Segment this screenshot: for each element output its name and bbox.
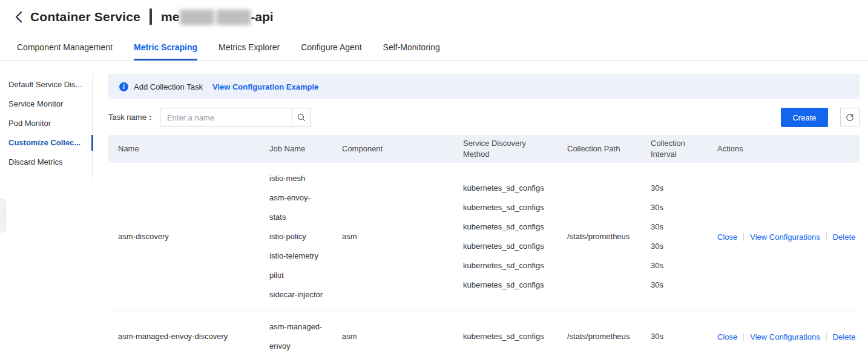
column-header-label: Component <box>342 143 383 154</box>
info-banner: i Add Collection Task View Configuration… <box>108 74 860 99</box>
sidebar: Default Service Dis...Service MonitorPod… <box>0 61 93 359</box>
action-links: CloseView ConfigurationsDelete <box>717 332 860 341</box>
cell-name: asm-discovery <box>108 227 260 246</box>
action-delete[interactable]: Delete <box>833 332 856 341</box>
cluster-name-redacted: ████ ████ <box>180 10 250 24</box>
tab-component-management[interactable]: Component Management <box>17 33 113 61</box>
collection-interval: 30s <box>651 217 708 237</box>
column-header-job-name: Job Name <box>260 143 332 154</box>
tab-self-monitoring[interactable]: Self-Monitoring <box>383 33 440 61</box>
component-name: asm <box>342 232 357 241</box>
collection-path: /stats/prometheus <box>567 232 630 241</box>
task-name-label: Task name： <box>108 112 154 123</box>
table-row: asm-managed-envoy-discoveryasm-managed-e… <box>108 311 860 359</box>
content-layout: ‹ Default Service Dis...Service MonitorP… <box>0 61 868 359</box>
view-configuration-example-link[interactable]: View Configuration Example <box>212 82 318 91</box>
tab-configure-agent[interactable]: Configure Agent <box>301 33 361 61</box>
cell-component: asm <box>332 327 453 346</box>
table-row: asm-discoveryistio-meshasm-envoy-statsis… <box>108 163 860 311</box>
cluster-name-prefix: me <box>161 10 179 24</box>
cell-job-names: istio-meshasm-envoy-statsistio-policyist… <box>260 169 332 305</box>
search-icon <box>297 113 306 122</box>
service-discovery-method: kubernetes_sd_configs <box>463 179 557 198</box>
sidebar-item-service-monitor[interactable]: Service Monitor <box>0 94 92 114</box>
collection-interval: 30s <box>651 179 708 198</box>
action-delete[interactable]: Delete <box>833 232 856 242</box>
sidebar-active-indicator <box>91 135 93 151</box>
collection-tasks-table: NameJob NameComponentService Discovery M… <box>108 135 860 359</box>
action-close[interactable]: Close <box>717 232 737 242</box>
column-header-label: Collection Interval <box>651 138 708 160</box>
cell-collection-intervals: 30s30s30s30s30s30s <box>641 179 708 295</box>
tab-bar: Component ManagementMetric ScrapingMetri… <box>0 33 868 61</box>
cell-actions: CloseView ConfigurationsDelete <box>708 332 860 341</box>
cell-component: asm <box>332 227 453 246</box>
page-header: Container Service me████ ████-api <box>0 0 868 33</box>
back-button[interactable] <box>12 10 25 24</box>
column-header-collection-interval: Collection Interval <box>641 138 708 160</box>
column-header-label: Name <box>118 143 139 154</box>
cell-name: asm-managed-envoy-discovery <box>108 327 260 346</box>
collection-interval: 30s <box>651 327 708 346</box>
refresh-icon <box>846 113 854 122</box>
action-separator <box>826 333 827 341</box>
cell-collection-intervals: 30s <box>641 327 708 346</box>
toolbar: Task name： Create <box>108 108 860 127</box>
service-discovery-method: kubernetes_sd_configs <box>463 275 557 295</box>
sidebar-item-discard-metrics[interactable]: Discard Metrics <box>0 153 92 172</box>
cell-service-discovery-methods: kubernetes_sd_configs <box>453 327 557 346</box>
column-header-service-discovery-method: Service Discovery Method <box>453 138 557 160</box>
service-discovery-method: kubernetes_sd_configs <box>463 256 557 275</box>
action-view-configurations[interactable]: View Configurations <box>750 332 820 341</box>
toolbar-right: Create <box>781 108 860 127</box>
action-view-configurations[interactable]: View Configurations <box>750 232 820 242</box>
search-button[interactable] <box>292 108 311 127</box>
cell-collection-path: /stats/prometheus <box>557 327 641 346</box>
cell-collection-path: /stats/prometheus <box>557 227 641 246</box>
sidebar-item-pod-monitor[interactable]: Pod Monitor <box>0 114 92 133</box>
collection-interval: 30s <box>651 198 708 217</box>
service-discovery-method: kubernetes_sd_configs <box>463 237 557 256</box>
action-close[interactable]: Close <box>717 332 737 341</box>
component-name: asm <box>342 332 357 341</box>
info-icon: i <box>119 82 128 91</box>
tab-metrics-explorer[interactable]: Metrics Explorer <box>219 33 280 61</box>
sidebar-item-default-service-dis[interactable]: Default Service Dis... <box>0 75 92 94</box>
column-header-collection-path: Collection Path <box>557 143 641 154</box>
cluster-name-suffix: -api <box>251 10 273 24</box>
task-name-input[interactable] <box>160 108 292 127</box>
banner-text: Add Collection Task <box>134 82 203 91</box>
job-name: istio-mesh <box>269 169 325 188</box>
column-header-label: Service Discovery Method <box>463 138 554 160</box>
task-name-input-group <box>160 108 311 127</box>
column-header-component: Component <box>332 143 453 154</box>
column-header-name: Name <box>108 143 260 154</box>
chevron-left-icon <box>15 11 23 23</box>
job-name: asm-managed-envoy <box>269 317 325 356</box>
panel-collapse-handle[interactable]: ‹ <box>0 199 6 232</box>
title-divider <box>150 8 152 25</box>
column-header-label: Actions <box>717 143 743 154</box>
column-header-label: Job Name <box>269 143 305 154</box>
collection-interval: 30s <box>651 237 708 256</box>
refresh-button[interactable] <box>840 108 860 127</box>
sidebar-item-customize-collec[interactable]: Customize Collec... <box>0 133 92 153</box>
action-separator <box>826 233 827 241</box>
collection-path: /stats/prometheus <box>567 332 630 341</box>
tab-metric-scraping[interactable]: Metric Scraping <box>134 33 197 61</box>
collection-interval: 30s <box>651 275 708 295</box>
create-button[interactable]: Create <box>781 108 828 127</box>
collection-interval: 30s <box>651 256 708 275</box>
service-discovery-method: kubernetes_sd_configs <box>463 198 557 217</box>
job-name: sidecar-injector <box>269 285 325 305</box>
cell-actions: CloseView ConfigurationsDelete <box>708 232 860 242</box>
action-separator <box>743 333 744 341</box>
action-links: CloseView ConfigurationsDelete <box>717 232 860 242</box>
service-discovery-method: kubernetes_sd_configs <box>463 327 557 346</box>
main-content: i Add Collection Task View Configuration… <box>108 61 860 359</box>
table-header-row: NameJob NameComponentService Discovery M… <box>108 135 860 163</box>
cell-service-discovery-methods: kubernetes_sd_configskubernetes_sd_confi… <box>453 179 557 295</box>
app-title[interactable]: Container Service <box>30 10 140 24</box>
service-discovery-method: kubernetes_sd_configs <box>463 217 557 237</box>
job-name: istio-telemetry <box>269 246 325 266</box>
